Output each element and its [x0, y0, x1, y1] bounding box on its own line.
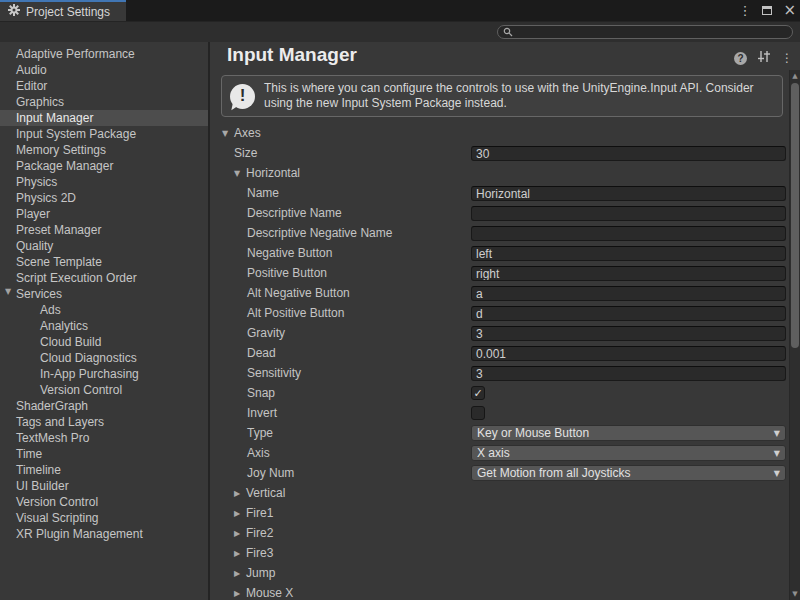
row-negative-button: Negative Button left [210, 243, 789, 263]
checkbox-invert[interactable]: ✓ [471, 406, 485, 420]
sidebar-item-shadergraph[interactable]: ShaderGraph [0, 398, 208, 414]
dropdown-type[interactable]: Key or Mouse Button ▼ [471, 425, 786, 441]
field-negative-button[interactable]: left [471, 246, 786, 261]
sidebar-item-label: Script Execution Order [0, 271, 137, 285]
preset-icon[interactable] [757, 49, 771, 67]
sidebar-item-cloud-diagnostics[interactable]: Cloud Diagnostics [0, 350, 208, 366]
sidebar-item-scene-template[interactable]: Scene Template [0, 254, 208, 270]
field-name[interactable]: Horizontal [471, 186, 786, 201]
sidebar-item-label: Analytics [0, 319, 88, 333]
sidebar-item-time[interactable]: Time [0, 446, 208, 462]
sidebar-item-preset-manager[interactable]: Preset Manager [0, 222, 208, 238]
sidebar-item-input-manager[interactable]: Input Manager [0, 110, 208, 126]
foldout-arrow-icon[interactable]: ▼ [5, 287, 11, 296]
search-box[interactable] [497, 25, 793, 39]
sidebar-item-cloud-build[interactable]: Cloud Build [0, 334, 208, 350]
sidebar-item-memory-settings[interactable]: Memory Settings [0, 142, 208, 158]
field-positive-button[interactable]: right [471, 266, 786, 281]
row-name: Name Horizontal [210, 183, 789, 203]
vertical-scrollbar[interactable]: ▲ ▼ [789, 70, 800, 600]
dropdown-axis[interactable]: X axis ▼ [471, 445, 786, 461]
info-text: This is where you can configure the cont… [264, 81, 774, 111]
main-header: Input Manager ? ⋮ [210, 42, 800, 70]
field-dead[interactable]: 0.001 [471, 346, 786, 361]
sidebar-item-in-app-purchasing[interactable]: In-App Purchasing [0, 366, 208, 382]
foldout-arrow-icon[interactable]: ▶ [234, 569, 246, 578]
row-axis: Axis X axis ▼ [210, 443, 789, 463]
foldout-arrow-icon[interactable]: ▶ [234, 589, 246, 598]
sidebar-item-audio[interactable]: Audio [0, 62, 208, 78]
field-size[interactable]: 30 [471, 146, 786, 161]
more-icon[interactable]: ⋮ [781, 51, 793, 65]
sidebar-item-adaptive-performance[interactable]: Adaptive Performance [0, 46, 208, 62]
sidebar-item-editor[interactable]: Editor [0, 78, 208, 94]
field-descriptive-name[interactable] [471, 206, 786, 221]
foldout-arrow-icon[interactable]: ▼ [222, 129, 234, 138]
row-gravity: Gravity 3 [210, 323, 789, 343]
search-input[interactable] [513, 26, 787, 38]
sidebar-item-script-execution-order[interactable]: Script Execution Order [0, 270, 208, 286]
sidebar-item-physics[interactable]: Physics [0, 174, 208, 190]
tab-project-settings[interactable]: Project Settings [0, 0, 126, 21]
field-gravity[interactable]: 3 [471, 326, 786, 341]
dropdown-value: X axis [477, 446, 774, 460]
row-jump: ▶ Jump [210, 563, 789, 583]
dropdown-value: Key or Mouse Button [477, 426, 774, 440]
sidebar-item-package-manager[interactable]: Package Manager [0, 158, 208, 174]
scroll-down-icon[interactable]: ▼ [790, 590, 800, 598]
sidebar-item-xr-plugin-management[interactable]: XR Plugin Management [0, 526, 208, 542]
field-sensitivity[interactable]: 3 [471, 366, 786, 381]
sidebar-item-physics-2d[interactable]: Physics 2D [0, 190, 208, 206]
sidebar-item-version-control[interactable]: Version Control [0, 494, 208, 510]
sidebar-item-ads[interactable]: Ads [0, 302, 208, 318]
settings-rows: ▼ Axes Size 30 ▼ Horizontal [210, 123, 789, 600]
close-icon[interactable]: × [783, 3, 796, 18]
foldout-arrow-icon[interactable]: ▶ [234, 529, 246, 538]
row-mouse-x: ▶ Mouse X [210, 583, 789, 600]
scrollbar-thumb[interactable] [791, 83, 799, 348]
dropdown-joy-num[interactable]: Get Motion from all Joysticks ▼ [471, 465, 786, 481]
sidebar-item-quality[interactable]: Quality [0, 238, 208, 254]
chevron-down-icon: ▼ [774, 429, 780, 438]
sidebar-item-graphics[interactable]: Graphics [0, 94, 208, 110]
sidebar-item-ui-builder[interactable]: UI Builder [0, 478, 208, 494]
field-alt-positive-button[interactable]: d [471, 306, 786, 321]
sidebar-item-label: Quality [0, 239, 53, 253]
scroll-up-icon[interactable]: ▲ [790, 72, 800, 80]
row-label: Alt Negative Button [247, 286, 350, 300]
row-alt-negative-button: Alt Negative Button a [210, 283, 789, 303]
sidebar-item-timeline[interactable]: Timeline [0, 462, 208, 478]
foldout-arrow-icon[interactable]: ▶ [234, 509, 246, 518]
field-alt-negative-button[interactable]: a [471, 286, 786, 301]
foldout-arrow-icon[interactable]: ▶ [234, 549, 246, 558]
sidebar-item-label: Version Control [0, 383, 122, 397]
foldout-arrow-icon[interactable]: ▼ [234, 169, 246, 178]
maximize-icon[interactable] [762, 6, 772, 15]
main-panel: Input Manager ? ⋮ [210, 42, 800, 600]
row-label: Dead [247, 346, 276, 360]
checkbox-snap[interactable]: ✓ [471, 386, 485, 400]
header-icons: ? ⋮ [734, 49, 793, 67]
settings-sidebar: Adaptive Performance Audio Editor Graphi… [0, 42, 210, 600]
foldout-arrow-icon[interactable]: ▶ [234, 489, 246, 498]
dropdown-value: Get Motion from all Joysticks [477, 466, 774, 480]
project-settings-window: Project Settings ⋮ × Adaptive Performanc… [0, 0, 800, 600]
sidebar-item-services[interactable]: ▼ Services [0, 286, 208, 302]
row-snap: Snap ✓ [210, 383, 789, 403]
row-horizontal: ▼ Horizontal [210, 163, 789, 183]
row-sensitivity: Sensitivity 3 [210, 363, 789, 383]
sidebar-item-input-system-package[interactable]: Input System Package [0, 126, 208, 142]
field-descriptive-negative-name[interactable] [471, 226, 786, 241]
window-menu-icon[interactable]: ⋮ [738, 3, 751, 18]
sidebar-item-visual-scripting[interactable]: Visual Scripting [0, 510, 208, 526]
sidebar-item-label: Timeline [0, 463, 61, 477]
info-box: ! This is where you can configure the co… [221, 75, 783, 117]
help-icon[interactable]: ? [734, 52, 747, 65]
sidebar-item-tags-and-layers[interactable]: Tags and Layers [0, 414, 208, 430]
sidebar-item-player[interactable]: Player [0, 206, 208, 222]
sidebar-item-textmesh-pro[interactable]: TextMesh Pro [0, 430, 208, 446]
sidebar-item-label: Scene Template [0, 255, 102, 269]
sidebar-item-version-control[interactable]: Version Control [0, 382, 208, 398]
toolbar [0, 21, 800, 42]
sidebar-item-analytics[interactable]: Analytics [0, 318, 208, 334]
